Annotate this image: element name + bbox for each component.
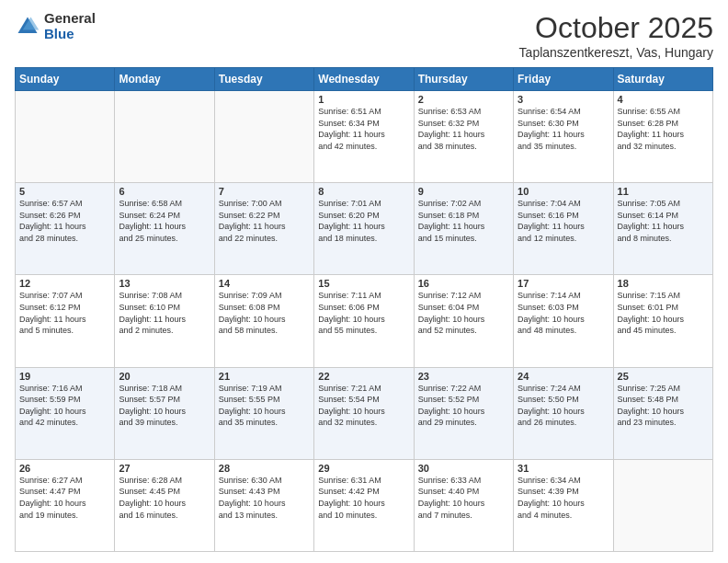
- day-info: Sunrise: 7:05 AM Sunset: 6:14 PM Dayligh…: [618, 198, 709, 244]
- day-number: 10: [518, 186, 609, 197]
- day-number: 22: [318, 371, 409, 382]
- table-row: 19Sunrise: 7:16 AM Sunset: 5:59 PM Dayli…: [16, 367, 115, 459]
- table-row: 9Sunrise: 7:02 AM Sunset: 6:18 PM Daylig…: [414, 183, 513, 275]
- day-info: Sunrise: 6:54 AM Sunset: 6:30 PM Dayligh…: [518, 106, 609, 152]
- logo-blue-text: Blue: [44, 27, 96, 42]
- table-row: 22Sunrise: 7:21 AM Sunset: 5:54 PM Dayli…: [314, 367, 414, 459]
- day-number: 28: [219, 463, 310, 474]
- calendar-week-4: 19Sunrise: 7:16 AM Sunset: 5:59 PM Dayli…: [16, 367, 713, 459]
- day-info: Sunrise: 6:51 AM Sunset: 6:34 PM Dayligh…: [318, 106, 409, 152]
- day-info: Sunrise: 7:00 AM Sunset: 6:22 PM Dayligh…: [219, 198, 310, 244]
- table-row: 28Sunrise: 6:30 AM Sunset: 4:43 PM Dayli…: [214, 459, 313, 551]
- table-row: 21Sunrise: 7:19 AM Sunset: 5:55 PM Dayli…: [214, 367, 313, 459]
- day-info: Sunrise: 6:30 AM Sunset: 4:43 PM Dayligh…: [219, 475, 310, 521]
- day-number: 5: [19, 186, 110, 197]
- day-number: 7: [219, 186, 310, 197]
- col-sunday: Sunday: [16, 68, 115, 91]
- table-row: 29Sunrise: 6:31 AM Sunset: 4:42 PM Dayli…: [314, 459, 414, 551]
- calendar-week-3: 12Sunrise: 7:07 AM Sunset: 6:12 PM Dayli…: [16, 275, 713, 367]
- day-number: 27: [119, 463, 210, 474]
- day-number: 29: [318, 463, 409, 474]
- day-number: 4: [618, 94, 709, 105]
- day-info: Sunrise: 6:57 AM Sunset: 6:26 PM Dayligh…: [19, 198, 110, 244]
- col-tuesday: Tuesday: [214, 68, 313, 91]
- logo-general-text: General: [44, 11, 96, 27]
- day-info: Sunrise: 7:16 AM Sunset: 5:59 PM Dayligh…: [19, 383, 110, 429]
- day-number: 8: [318, 186, 409, 197]
- table-row: 10Sunrise: 7:04 AM Sunset: 6:16 PM Dayli…: [514, 183, 613, 275]
- day-info: Sunrise: 7:12 AM Sunset: 6:04 PM Dayligh…: [418, 290, 509, 336]
- day-number: 19: [19, 371, 110, 382]
- table-row: 4Sunrise: 6:55 AM Sunset: 6:28 PM Daylig…: [613, 91, 712, 183]
- table-row: 18Sunrise: 7:15 AM Sunset: 6:01 PM Dayli…: [613, 275, 712, 367]
- day-number: 11: [618, 186, 709, 197]
- day-info: Sunrise: 6:27 AM Sunset: 4:47 PM Dayligh…: [19, 475, 110, 521]
- day-info: Sunrise: 7:07 AM Sunset: 6:12 PM Dayligh…: [19, 290, 110, 336]
- day-number: 23: [418, 371, 509, 382]
- table-row: 23Sunrise: 7:22 AM Sunset: 5:52 PM Dayli…: [414, 367, 513, 459]
- day-info: Sunrise: 6:53 AM Sunset: 6:32 PM Dayligh…: [418, 106, 509, 152]
- table-row: 31Sunrise: 6:34 AM Sunset: 4:39 PM Dayli…: [514, 459, 613, 551]
- logo: General Blue: [15, 11, 96, 41]
- table-row: 30Sunrise: 6:33 AM Sunset: 4:40 PM Dayli…: [414, 459, 513, 551]
- day-info: Sunrise: 6:58 AM Sunset: 6:24 PM Dayligh…: [119, 198, 210, 244]
- day-number: 17: [518, 278, 609, 289]
- table-row: 1Sunrise: 6:51 AM Sunset: 6:34 PM Daylig…: [314, 91, 414, 183]
- header: General Blue October 2025 Taplanszentker…: [15, 11, 713, 60]
- table-row: 27Sunrise: 6:28 AM Sunset: 4:45 PM Dayli…: [115, 459, 214, 551]
- day-number: 13: [119, 278, 210, 289]
- day-info: Sunrise: 7:22 AM Sunset: 5:52 PM Dayligh…: [418, 383, 509, 429]
- table-row: 3Sunrise: 6:54 AM Sunset: 6:30 PM Daylig…: [514, 91, 613, 183]
- day-info: Sunrise: 7:14 AM Sunset: 6:03 PM Dayligh…: [518, 290, 609, 336]
- day-number: 1: [318, 94, 409, 105]
- day-info: Sunrise: 7:02 AM Sunset: 6:18 PM Dayligh…: [418, 198, 509, 244]
- day-info: Sunrise: 6:31 AM Sunset: 4:42 PM Dayligh…: [318, 475, 409, 521]
- col-monday: Monday: [115, 68, 214, 91]
- day-number: 15: [318, 278, 409, 289]
- day-number: 16: [418, 278, 509, 289]
- day-info: Sunrise: 7:15 AM Sunset: 6:01 PM Dayligh…: [618, 290, 709, 336]
- table-row: [613, 459, 712, 551]
- col-saturday: Saturday: [613, 68, 712, 91]
- logo-text: General Blue: [44, 11, 96, 41]
- day-number: 6: [119, 186, 210, 197]
- day-number: 30: [418, 463, 509, 474]
- day-info: Sunrise: 7:11 AM Sunset: 6:06 PM Dayligh…: [318, 290, 409, 336]
- day-info: Sunrise: 6:55 AM Sunset: 6:28 PM Dayligh…: [618, 106, 709, 152]
- day-number: 25: [618, 371, 709, 382]
- table-row: 20Sunrise: 7:18 AM Sunset: 5:57 PM Dayli…: [115, 367, 214, 459]
- logo-icon: [15, 14, 40, 40]
- day-number: 3: [518, 94, 609, 105]
- day-info: Sunrise: 7:08 AM Sunset: 6:10 PM Dayligh…: [119, 290, 210, 336]
- day-info: Sunrise: 7:19 AM Sunset: 5:55 PM Dayligh…: [219, 383, 310, 429]
- table-row: 8Sunrise: 7:01 AM Sunset: 6:20 PM Daylig…: [314, 183, 414, 275]
- table-row: 24Sunrise: 7:24 AM Sunset: 5:50 PM Dayli…: [514, 367, 613, 459]
- table-row: 7Sunrise: 7:00 AM Sunset: 6:22 PM Daylig…: [214, 183, 313, 275]
- table-row: 25Sunrise: 7:25 AM Sunset: 5:48 PM Dayli…: [613, 367, 712, 459]
- col-friday: Friday: [514, 68, 613, 91]
- table-row: 26Sunrise: 6:27 AM Sunset: 4:47 PM Dayli…: [16, 459, 115, 551]
- table-row: 16Sunrise: 7:12 AM Sunset: 6:04 PM Dayli…: [414, 275, 513, 367]
- day-info: Sunrise: 7:04 AM Sunset: 6:16 PM Dayligh…: [518, 198, 609, 244]
- table-row: 13Sunrise: 7:08 AM Sunset: 6:10 PM Dayli…: [115, 275, 214, 367]
- day-number: 21: [219, 371, 310, 382]
- day-number: 26: [19, 463, 110, 474]
- day-info: Sunrise: 6:34 AM Sunset: 4:39 PM Dayligh…: [518, 475, 609, 521]
- table-row: 5Sunrise: 6:57 AM Sunset: 6:26 PM Daylig…: [16, 183, 115, 275]
- day-info: Sunrise: 7:25 AM Sunset: 5:48 PM Dayligh…: [618, 383, 709, 429]
- day-info: Sunrise: 6:33 AM Sunset: 4:40 PM Dayligh…: [418, 475, 509, 521]
- day-number: 20: [119, 371, 210, 382]
- day-number: 9: [418, 186, 509, 197]
- calendar-week-1: 1Sunrise: 6:51 AM Sunset: 6:34 PM Daylig…: [16, 91, 713, 183]
- table-row: [214, 91, 313, 183]
- table-row: 12Sunrise: 7:07 AM Sunset: 6:12 PM Dayli…: [16, 275, 115, 367]
- day-number: 18: [618, 278, 709, 289]
- calendar-week-2: 5Sunrise: 6:57 AM Sunset: 6:26 PM Daylig…: [16, 183, 713, 275]
- table-row: [115, 91, 214, 183]
- table-row: 6Sunrise: 6:58 AM Sunset: 6:24 PM Daylig…: [115, 183, 214, 275]
- day-number: 24: [518, 371, 609, 382]
- day-number: 12: [19, 278, 110, 289]
- table-row: 14Sunrise: 7:09 AM Sunset: 6:08 PM Dayli…: [214, 275, 313, 367]
- calendar-week-5: 26Sunrise: 6:27 AM Sunset: 4:47 PM Dayli…: [16, 459, 713, 551]
- location-subtitle: Taplanszentkereszt, Vas, Hungary: [519, 45, 713, 60]
